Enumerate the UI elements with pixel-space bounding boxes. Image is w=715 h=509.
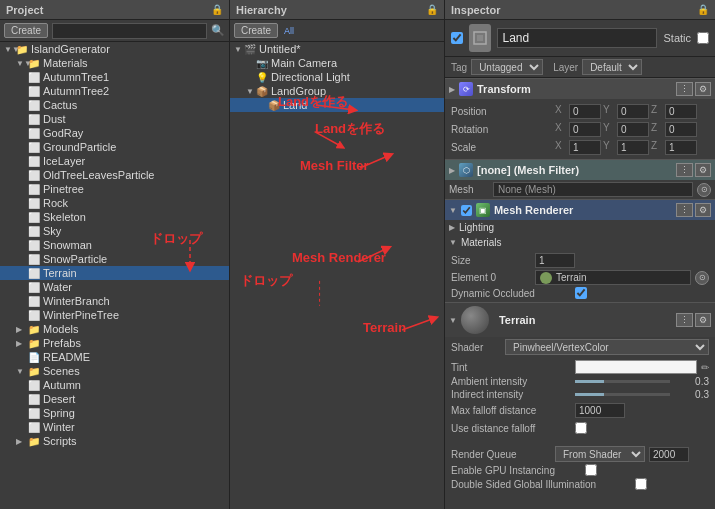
shader-select[interactable]: Pinwheel/VertexColor <box>505 339 709 355</box>
inspector-title: Inspector <box>451 4 501 16</box>
terrain-material-item[interactable]: ⬜Terrain <box>0 266 229 280</box>
list-item[interactable]: ⬜Water <box>0 280 229 294</box>
materials-label: Materials <box>461 237 502 248</box>
transform-title: Transform <box>477 83 672 95</box>
element-select-button[interactable]: ⊙ <box>695 271 709 285</box>
list-item[interactable]: ⬜GodRay <box>0 126 229 140</box>
maxfalloff-input[interactable] <box>575 403 625 418</box>
indirect-slider[interactable] <box>575 393 670 396</box>
project-create-button[interactable]: Create <box>4 23 48 38</box>
lighting-sub-header[interactable]: ▶ Lighting <box>445 220 715 235</box>
scale-x-input[interactable] <box>569 140 601 155</box>
meshrenderer-actions: ⋮ ⚙ <box>676 203 711 217</box>
hierarchy-land-item[interactable]: 📦 Land <box>230 98 444 112</box>
mesh-renderer-header[interactable]: ▼ ▣ Mesh Renderer ⋮ ⚙ <box>445 200 715 220</box>
mesh-filter-component: ▶ ⬡ [none] (Mesh Filter) ⋮ ⚙ Mesh None (… <box>445 159 715 199</box>
tint-edit-icon[interactable]: ✏ <box>701 362 709 373</box>
search-icon: 🔍 <box>211 24 225 37</box>
object-active-checkbox[interactable] <box>451 32 463 44</box>
list-item[interactable]: ⬜Cactus <box>0 98 229 112</box>
list-item[interactable]: ⬜WinterPineTree <box>0 308 229 322</box>
meshrenderer-menu-button[interactable]: ⋮ <box>676 203 693 217</box>
transform-header[interactable]: ▶ ⟳ Transform ⋮ ⚙ <box>445 79 715 99</box>
hierarchy-scene-root[interactable]: ▼ 🎬 Untitled* <box>230 42 444 56</box>
renderqueue-select[interactable]: From Shader <box>555 446 645 462</box>
rotation-x-input[interactable] <box>569 122 601 137</box>
project-search-input[interactable] <box>52 23 207 39</box>
list-item[interactable]: ⬜Winter <box>0 420 229 434</box>
mesh-renderer-title: Mesh Renderer <box>494 204 672 216</box>
list-item[interactable]: ⬜Desert <box>0 392 229 406</box>
hierarchy-create-button[interactable]: Create <box>234 23 278 38</box>
list-item[interactable]: ⬜Sky <box>0 224 229 238</box>
position-z-input[interactable] <box>665 104 697 119</box>
layer-label: Layer <box>553 62 578 73</box>
position-y-input[interactable] <box>617 104 649 119</box>
doublesided-label: Double Sided Global Illumination <box>451 479 631 490</box>
transform-settings-button[interactable]: ⚙ <box>695 82 711 96</box>
size-input[interactable] <box>535 253 575 268</box>
list-item[interactable]: ⬜OldTreeLeavesParticle <box>0 168 229 182</box>
readme-item[interactable]: 📄README <box>0 350 229 364</box>
list-item[interactable]: ⬜Autumn <box>0 378 229 392</box>
list-item[interactable]: ⬜Rock <box>0 196 229 210</box>
scale-y-input[interactable] <box>617 140 649 155</box>
all-button[interactable]: All <box>282 26 296 36</box>
terrain-menu-button[interactable]: ⋮ <box>676 313 693 327</box>
list-item[interactable]: ⬜Spring <box>0 406 229 420</box>
usefalloff-row: Use distance falloff <box>451 419 709 437</box>
hierarchy-directional-light[interactable]: 💡 Directional Light <box>230 70 444 84</box>
mesh-filter-title: [none] (Mesh Filter) <box>477 164 672 176</box>
layer-select[interactable]: Default <box>582 59 642 75</box>
mesh-renderer-active-checkbox[interactable] <box>461 205 472 216</box>
static-checkbox[interactable] <box>697 32 709 44</box>
list-item[interactable]: ⬜WinterBranch <box>0 294 229 308</box>
terrain-properties: Tint ✏ Ambient intensity 0.3 Indirect in… <box>445 357 715 493</box>
tint-color-swatch[interactable] <box>575 360 697 374</box>
list-item[interactable]: ⬜SnowParticle <box>0 252 229 266</box>
element-label: Element 0 <box>451 272 531 283</box>
scenes-folder[interactable]: ▼📁Scenes <box>0 364 229 378</box>
object-name-input[interactable]: Land <box>497 28 657 48</box>
position-x-input[interactable] <box>569 104 601 119</box>
list-item[interactable]: ⬜AutumnTree1 <box>0 70 229 84</box>
models-folder[interactable]: ▶📁Models <box>0 322 229 336</box>
list-item[interactable]: ⬜Pinetree <box>0 182 229 196</box>
list-item[interactable]: ⬜Snowman <box>0 238 229 252</box>
dynamic-occluded-checkbox[interactable] <box>575 287 587 299</box>
mesh-filter-header[interactable]: ▶ ⬡ [none] (Mesh Filter) ⋮ ⚙ <box>445 160 715 180</box>
renderqueue-value-input[interactable] <box>649 447 689 462</box>
rotation-label: Rotation <box>451 124 551 135</box>
meshfilter-settings-button[interactable]: ⚙ <box>695 163 711 177</box>
materials-sub-header[interactable]: ▼ Materials <box>445 235 715 250</box>
rotation-y-input[interactable] <box>617 122 649 137</box>
terrain-header[interactable]: ▼ Terrain ⋮ ⚙ <box>445 303 715 337</box>
list-item[interactable]: ⬜Skeleton <box>0 210 229 224</box>
rotation-z-input[interactable] <box>665 122 697 137</box>
list-item[interactable]: ⬜Dust <box>0 112 229 126</box>
project-root-item[interactable]: ▼ 📁 IslandGenerator <box>0 42 229 56</box>
hierarchy-main-camera[interactable]: 📷 Main Camera <box>230 56 444 70</box>
tint-row: Tint ✏ <box>451 359 709 375</box>
tag-select[interactable]: Untagged <box>471 59 543 75</box>
terrain-settings-button[interactable]: ⚙ <box>695 313 711 327</box>
list-item[interactable]: ⬜AutumnTree2 <box>0 84 229 98</box>
ambient-slider[interactable] <box>575 380 670 383</box>
project-materials-folder[interactable]: ▼ 📁 Materials <box>0 56 229 70</box>
materials-arrow-icon: ▼ <box>449 238 457 247</box>
hierarchy-landgroup[interactable]: ▼ 📦 LandGroup <box>230 84 444 98</box>
transform-menu-button[interactable]: ⋮ <box>676 82 693 96</box>
usefalloff-checkbox[interactable] <box>575 422 587 434</box>
project-panel-header: Project 🔒 <box>0 0 229 20</box>
gpu-instancing-checkbox[interactable] <box>585 464 597 476</box>
scripts-folder[interactable]: ▶📁Scripts <box>0 434 229 448</box>
scale-z-input[interactable] <box>665 140 697 155</box>
ambient-value: 0.3 <box>674 376 709 387</box>
list-item[interactable]: ⬜GroundParticle <box>0 140 229 154</box>
mesh-select-button[interactable]: ⊙ <box>697 183 711 197</box>
meshfilter-menu-button[interactable]: ⋮ <box>676 163 693 177</box>
doublesided-checkbox[interactable] <box>635 478 647 490</box>
prefabs-folder[interactable]: ▶📁Prefabs <box>0 336 229 350</box>
meshrenderer-settings-button[interactable]: ⚙ <box>695 203 711 217</box>
list-item[interactable]: ⬜IceLayer <box>0 154 229 168</box>
